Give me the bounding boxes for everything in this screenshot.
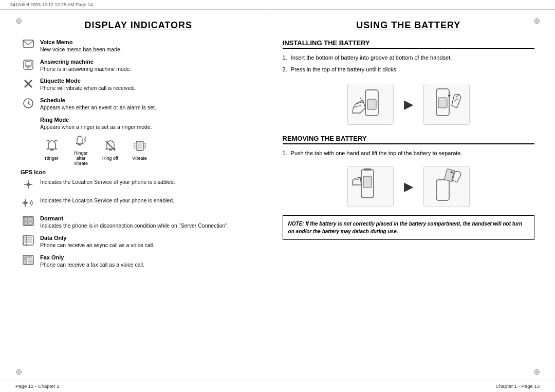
note-text-content: If the battery is not correctly placed i… [288, 221, 523, 234]
answering-machine-desc: Phone is in answering machine mode. [40, 65, 256, 73]
install-arrow: ▶ [404, 97, 413, 111]
removing-illustration: ▶ [283, 164, 534, 208]
footer-right: Chapter 1 - Page 13 [495, 383, 540, 389]
installing-illustration: ▶ [283, 81, 534, 127]
svg-rect-18 [137, 142, 142, 150]
fax-only-title: Fax Only [40, 254, 256, 260]
installing-step-1: 1. Insert the bottom of battery into gro… [283, 54, 534, 62]
reg-mark-bl: ⊕ [13, 366, 24, 377]
note-label: NOTE: [288, 221, 304, 227]
ring-icon-ringer: Ringer [40, 139, 63, 161]
remove-arrow: ▶ [404, 179, 413, 194]
answering-machine-icon [21, 59, 36, 72]
indicator-fax-only: Fax Only Phone can receive a fax call as… [21, 254, 256, 269]
removing-title: Removing the Battery [283, 135, 534, 144]
ring-icon-vibrate: Vibrate [128, 139, 151, 161]
main-content: Display Indicators Voice Memo New voice … [0, 10, 555, 376]
schedule-icon [21, 98, 36, 110]
footer-left: Page 12 - Chapter 1 [15, 383, 60, 389]
ring-off-icon [103, 139, 118, 155]
header-bar: 8410altel 2003.12.12 12:25 AM Page 14 [0, 0, 555, 10]
svg-rect-33 [29, 217, 32, 220]
ring-icon-ringer-after-vibrate: ) ) Ringer aftervibrate [69, 134, 92, 166]
data-only-desc: Phone can receive an async call as a voi… [40, 241, 256, 249]
voice-memo-text: Voice Memo New voice memo has been made. [40, 39, 256, 53]
ringer-after-vibrate-label: Ringer aftervibrate [69, 151, 92, 166]
right-column: Using the Battery Installing the Battery… [267, 10, 540, 376]
svg-rect-2 [25, 62, 31, 66]
etiquette-text: Etiquette Mode Phone will vibrate when c… [40, 78, 256, 92]
schedule-text: Schedule Appears when either an event or… [40, 97, 256, 111]
gps-disabled-text: Indicates the Location Service of your p… [40, 178, 256, 186]
note-text: If the battery is not correctly placed i… [288, 221, 523, 234]
fax-only-text: Fax Only Phone can receive a fax call as… [40, 254, 256, 269]
reg-mark-tl: ⊕ [13, 15, 24, 26]
remove-hand-icon [347, 166, 394, 207]
svg-rect-40 [23, 236, 27, 245]
header-text: 8410altel 2003.12.12 12:25 AM Page 14 [10, 2, 93, 7]
install-press-icon [423, 84, 470, 125]
schedule-desc: Appears when either an event or an alarm… [40, 104, 256, 111]
ring-mode-icons-row: Ringer ) ) Ringer aftervibrate [40, 134, 256, 166]
gps-enabled-icon [21, 197, 36, 210]
dormant-text: Dormant Indicates the phone is in discon… [40, 215, 256, 230]
voice-memo-desc: New voice memo has been made. [40, 46, 256, 53]
ring-mode-title: Ring Mode [40, 117, 256, 123]
fax-only-icon [21, 255, 36, 267]
svg-point-10 [28, 103, 29, 104]
svg-rect-42 [23, 259, 27, 265]
indicator-schedule: Schedule Appears when either an event or… [21, 97, 256, 111]
ringer-icon [45, 139, 59, 155]
data-only-text: Data Only Phone can receive an async cal… [40, 235, 256, 249]
answering-machine-text: Answering machine Phone is in answering … [40, 59, 256, 73]
gps-disabled-row: Indicates the Location Service of your p… [21, 178, 256, 192]
indicator-data-only: Data Only Phone can receive an async cal… [21, 235, 256, 249]
schedule-title: Schedule [40, 97, 256, 103]
svg-rect-0 [23, 40, 33, 47]
svg-line-55 [454, 99, 458, 101]
step-1-number: 1. [283, 54, 291, 62]
data-only-icon [21, 235, 36, 247]
etiquette-desc: Phone will vibrate when call is received… [40, 84, 256, 92]
left-column: Display Indicators Voice Memo New voice … [15, 10, 267, 376]
voice-memo-title: Voice Memo [40, 39, 256, 45]
removing-step-1-number: 1. [283, 150, 291, 157]
installing-steps: 1. Insert the bottom of battery into gro… [283, 54, 534, 74]
svg-marker-56 [448, 95, 451, 98]
ring-off-label: Ring off [102, 156, 118, 161]
remove-lift-icon [423, 166, 470, 207]
data-only-title: Data Only [40, 235, 256, 241]
vibrate-icon [132, 139, 148, 155]
footer-bar: Page 12 - Chapter 1 Chapter 1 - Page 13 [0, 380, 555, 392]
gps-enabled-desc: Indicates the Location Service of your p… [40, 197, 256, 204]
svg-rect-34 [24, 221, 28, 225]
right-section-title: Using the Battery [283, 20, 534, 31]
note-box: NOTE: If the battery is not correctly pl… [283, 215, 534, 240]
svg-line-60 [354, 179, 360, 180]
removing-steps: 1. Push the tab with one hand and lift t… [283, 150, 534, 157]
installing-step-2: 2. Press in the top of the battery until… [283, 66, 534, 73]
removing-step-1-text: Push the tab with one hand and lift the … [291, 150, 462, 157]
ringer-label: Ringer [45, 156, 59, 161]
svg-rect-32 [24, 217, 28, 220]
vibrate-label: Vibrate [132, 156, 146, 161]
svg-rect-53 [438, 98, 447, 108]
voice-memo-icon [21, 40, 36, 50]
fax-only-desc: Phone can receive a fax call as a voice … [40, 261, 256, 269]
svg-text:): ) [85, 136, 86, 141]
removing-step-1: 1. Push the tab with one hand and lift t… [283, 150, 534, 157]
etiquette-title: Etiquette Mode [40, 78, 256, 84]
dormant-desc: Indicates the phone is in disconnection … [40, 222, 256, 230]
answering-machine-title: Answering machine [40, 59, 256, 65]
left-section-title: Display Indicators [21, 20, 256, 31]
indicator-etiquette: Etiquette Mode Phone will vibrate when c… [21, 78, 256, 92]
etiquette-icon [21, 78, 36, 91]
svg-rect-49 [367, 99, 376, 109]
install-hand-icon [347, 84, 394, 125]
indicator-dormant: Dormant Indicates the phone is in discon… [21, 215, 256, 230]
ring-mode-text: Ring Mode Appears when a ringer is set a… [40, 117, 256, 131]
indicator-voice-memo: Voice Memo New voice memo has been made. [21, 39, 256, 53]
ringer-after-vibrate-icon: ) ) [74, 134, 88, 150]
indicator-ring-mode: Ring Mode Appears when a ringer is set a… [21, 117, 256, 131]
gps-enabled-row: Indicates the Location Service of your p… [21, 197, 256, 210]
